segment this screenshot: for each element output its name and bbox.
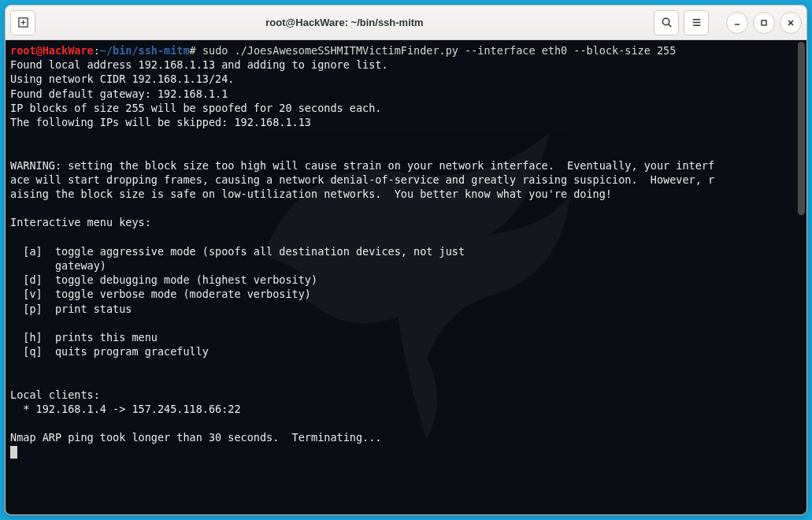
prompt-colon: : — [94, 44, 100, 57]
prompt-path: ~/bin/ssh-mitm — [100, 44, 190, 57]
output-line: Local clients: — [10, 388, 100, 401]
output-line: ace will start dropping frames, causing … — [10, 173, 714, 186]
output-line: Using network CIDR 192.168.1.13/24. — [10, 72, 234, 85]
close-button[interactable] — [780, 12, 802, 34]
prompt-hash: # — [190, 44, 196, 57]
scrollbar-thumb[interactable] — [798, 42, 805, 215]
output-line: IP blocks of size 255 will be spoofed fo… — [10, 102, 381, 114]
output-line: [a] toggle aggressive mode (spoofs all d… — [10, 245, 465, 258]
output-line: Nmap ARP ping took longer than 30 second… — [10, 431, 381, 444]
output-line: gateway) — [10, 259, 106, 272]
new-tab-button[interactable] — [10, 10, 35, 35]
window-title: root@HackWare: ~/bin/ssh-mitm — [40, 17, 649, 28]
output-line: [d] toggle debugging mode (highest verbo… — [10, 273, 317, 286]
terminal-window: root@HackWare: ~/bin/ssh-mitm root@HackW… — [5, 5, 807, 515]
output-line: Found local address 192.168.1.13 and add… — [10, 58, 388, 71]
output-line: aising the block size is safe on low-uti… — [10, 188, 612, 200]
terminal-content: root@HackWare:~/bin/ssh-mitm# sudo ./Joe… — [6, 40, 806, 462]
output-line: The following IPs will be skipped: 192.1… — [10, 116, 311, 128]
terminal-area[interactable]: root@HackWare:~/bin/ssh-mitm# sudo ./Joe… — [6, 40, 806, 514]
maximize-button[interactable] — [753, 12, 775, 34]
search-button[interactable] — [654, 10, 679, 35]
svg-rect-9 — [762, 20, 766, 25]
hamburger-menu-button[interactable] — [684, 10, 709, 35]
svg-line-4 — [668, 24, 670, 27]
output-line: WARNING: setting the block size too high… — [10, 159, 714, 172]
prompt-user: root@HackWare — [10, 44, 94, 57]
svg-point-3 — [662, 18, 669, 24]
minimize-button[interactable] — [726, 12, 748, 34]
command-text: sudo ./JoesAwesomeSSHMITMVictimFinder.py… — [196, 44, 677, 57]
output-line: Found default gateway: 192.168.1.1 — [10, 87, 228, 100]
output-line: * 192.168.1.4 -> 157.245.118.66:22 — [10, 403, 241, 415]
output-line: [v] toggle verbose mode (moderate verbos… — [10, 288, 311, 300]
output-line: [h] prints this menu — [10, 331, 158, 344]
output-line: [q] quits program gracefully — [10, 345, 209, 358]
output-line: Interactive menu keys: — [10, 216, 151, 228]
output-line: [p] print status — [10, 303, 132, 315]
cursor — [10, 446, 17, 459]
titlebar: root@HackWare: ~/bin/ssh-mitm — [6, 6, 806, 40]
